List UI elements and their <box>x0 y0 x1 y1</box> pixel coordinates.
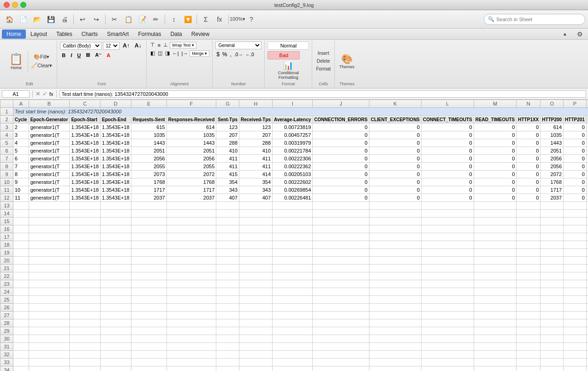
table-cell[interactable] <box>422 288 474 296</box>
table-cell[interactable] <box>131 218 166 225</box>
table-cell[interactable] <box>540 225 564 233</box>
table-cell[interactable] <box>13 335 29 343</box>
row-header[interactable]: 23 <box>0 280 13 288</box>
table-cell[interactable] <box>131 210 166 218</box>
table-cell[interactable]: 0 <box>313 147 369 155</box>
table-cell[interactable]: 0 <box>313 186 369 194</box>
table-cell[interactable]: 2037 <box>131 194 166 202</box>
menu-charts[interactable]: Charts <box>77 29 102 39</box>
table-cell[interactable] <box>564 343 587 351</box>
table-cell[interactable] <box>369 359 421 366</box>
table-cell[interactable]: 0 <box>313 194 369 202</box>
table-cell[interactable]: 1.3543E+18 <box>101 178 131 186</box>
table-cell[interactable]: generator1(T <box>29 163 70 171</box>
table-cell[interactable]: 2056 <box>540 163 564 171</box>
currency-btn[interactable]: $ <box>215 51 220 58</box>
table-cell[interactable]: Cycle <box>13 116 29 124</box>
table-cell[interactable] <box>564 288 587 296</box>
table-cell[interactable] <box>216 272 239 280</box>
table-cell[interactable]: 0.00226481 <box>273 194 313 202</box>
table-cell[interactable] <box>131 233 166 241</box>
table-cell[interactable]: 11 <box>13 194 29 202</box>
table-cell[interactable] <box>70 225 101 233</box>
filter-btn[interactable]: 🔽 <box>181 13 194 26</box>
table-cell[interactable]: 0 <box>586 139 588 147</box>
table-cell[interactable] <box>586 351 588 359</box>
table-cell[interactable] <box>273 272 313 280</box>
table-cell[interactable]: 0 <box>313 139 369 147</box>
table-cell[interactable] <box>313 335 369 343</box>
table-cell[interactable]: 7 <box>13 163 29 171</box>
table-cell[interactable]: 2051 <box>166 147 216 155</box>
table-cell[interactable] <box>369 272 421 280</box>
table-cell[interactable] <box>586 343 588 351</box>
decimal-inc-btn[interactable]: .0→ <box>233 52 244 58</box>
table-cell[interactable]: 0 <box>474 171 517 178</box>
table-cell[interactable] <box>70 210 101 218</box>
table-cell[interactable]: 411 <box>216 155 239 163</box>
table-cell[interactable] <box>540 351 564 359</box>
table-cell[interactable] <box>474 296 517 304</box>
table-cell[interactable]: 0 <box>474 178 517 186</box>
table-cell[interactable]: 1.3543E+18 <box>70 194 101 202</box>
table-cell[interactable] <box>70 343 101 351</box>
table-cell[interactable]: 0 <box>564 155 587 163</box>
table-cell[interactable] <box>540 210 564 218</box>
table-cell[interactable]: generator1(T <box>29 194 70 202</box>
table-cell[interactable] <box>422 233 474 241</box>
table-cell[interactable] <box>239 249 273 257</box>
table-cell[interactable]: 415 <box>216 171 239 178</box>
table-cell[interactable]: HTTP202 <box>586 116 588 124</box>
table-cell[interactable] <box>216 359 239 366</box>
table-cell[interactable] <box>313 210 369 218</box>
table-cell[interactable] <box>29 225 70 233</box>
table-cell[interactable]: 0 <box>564 194 587 202</box>
ribbon-settings-btn[interactable]: ⚙ <box>573 28 586 41</box>
table-cell[interactable]: 0 <box>474 155 517 163</box>
sum-btn[interactable]: Σ <box>199 13 212 26</box>
open-btn[interactable]: 📂 <box>30 13 43 26</box>
row-header[interactable]: 6 <box>0 147 13 155</box>
table-cell[interactable]: 1.3543E+18 <box>101 147 131 155</box>
table-cell[interactable]: 0.00222306 <box>273 155 313 163</box>
table-cell[interactable]: 410 <box>239 147 273 155</box>
row-header[interactable]: 28 <box>0 319 13 327</box>
table-cell[interactable]: 0.00723819 <box>273 124 313 131</box>
table-cell[interactable] <box>273 288 313 296</box>
table-cell[interactable]: Average-Latency <box>273 116 313 124</box>
table-cell[interactable] <box>273 343 313 351</box>
table-cell[interactable] <box>131 225 166 233</box>
table-cell[interactable] <box>313 288 369 296</box>
table-cell[interactable] <box>564 225 587 233</box>
table-cell[interactable] <box>313 343 369 351</box>
table-cell[interactable] <box>239 280 273 288</box>
col-header-O[interactable]: O <box>540 100 564 108</box>
table-cell[interactable] <box>13 343 29 351</box>
table-cell[interactable]: generator1(T <box>29 155 70 163</box>
table-cell[interactable] <box>369 351 421 359</box>
table-cell[interactable] <box>586 225 588 233</box>
align-center-btn[interactable]: ◫ <box>157 50 163 57</box>
table-cell[interactable] <box>131 257 166 265</box>
table-cell[interactable]: 614 <box>540 124 564 131</box>
menu-layout[interactable]: Layout <box>26 29 52 39</box>
table-cell[interactable]: generator1(T <box>29 178 70 186</box>
table-cell[interactable] <box>70 351 101 359</box>
table-cell[interactable] <box>273 359 313 366</box>
table-cell[interactable] <box>474 218 517 225</box>
table-cell[interactable]: 0 <box>517 155 540 163</box>
table-cell[interactable]: 1.3543E+18 <box>101 139 131 147</box>
table-cell[interactable] <box>474 335 517 343</box>
table-cell[interactable] <box>101 319 131 327</box>
table-cell[interactable] <box>166 288 216 296</box>
table-cell[interactable] <box>273 225 313 233</box>
table-cell[interactable]: 0 <box>517 194 540 202</box>
row-header[interactable]: 30 <box>0 335 13 343</box>
table-cell[interactable]: 0 <box>313 171 369 178</box>
minimize-button[interactable] <box>12 2 18 8</box>
table-cell[interactable] <box>517 272 540 280</box>
table-cell[interactable] <box>517 225 540 233</box>
sort-btn[interactable]: ↕ <box>167 13 180 26</box>
table-cell[interactable] <box>540 304 564 312</box>
row-header[interactable]: 10 <box>0 178 13 186</box>
